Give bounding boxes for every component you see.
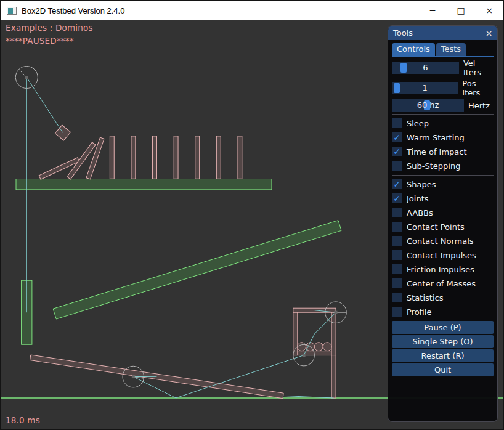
- close-button[interactable]: ×: [475, 1, 503, 20]
- joint-anchor-point: [25, 76, 28, 79]
- maximize-button[interactable]: □: [447, 1, 475, 20]
- checkmark-icon: ✓: [393, 193, 400, 203]
- dynamic-body: [110, 136, 114, 179]
- close-icon: ×: [486, 6, 493, 15]
- checkbox[interactable]: [392, 264, 402, 274]
- checkbox-checked[interactable]: ✓: [392, 132, 402, 142]
- slider-value: 1: [392, 82, 458, 94]
- checkbox-row-warm-starting: ✓Warm Starting: [392, 132, 494, 142]
- slider-track[interactable]: 1: [392, 82, 458, 94]
- slider-label: Pos Iters: [462, 79, 494, 97]
- joint-anchor-point: [303, 354, 306, 357]
- checkbox-label: Shapes: [407, 180, 436, 189]
- tab-controls[interactable]: Controls: [392, 43, 435, 56]
- checkbox-label: Sleep: [407, 119, 429, 128]
- action-buttons: Pause (P)Single Step (O)Restart (R)Quit: [392, 321, 494, 376]
- os-titlebar[interactable]: Box2D Testbed Version 2.4.0 ─□×: [1, 1, 503, 20]
- slider-track[interactable]: 60 hz: [392, 99, 464, 112]
- slider-track[interactable]: 6: [392, 62, 459, 74]
- checkbox-label: AABBs: [407, 208, 433, 217]
- frame-time-label: 18.0 ms: [6, 415, 40, 425]
- checkbox-label: Time of Impact: [407, 147, 467, 156]
- tools-panel-titlebar[interactable]: Tools ×: [388, 26, 497, 40]
- slider-value: 60 hz: [392, 99, 464, 112]
- dynamic-body: [238, 136, 242, 179]
- tab-label: Controls: [397, 44, 430, 54]
- checkbox-label: Statistics: [407, 293, 443, 302]
- box2d-testbed-window: Box2D Testbed Version 2.4.0 ─□× Examples…: [0, 0, 504, 430]
- static-body: [53, 221, 341, 319]
- checkbox-row-shapes: ✓Shapes: [392, 179, 494, 189]
- dynamic-body: [314, 343, 323, 351]
- slider-label: Hertz: [468, 101, 490, 110]
- checkbox-label: Profile: [407, 307, 431, 317]
- maximize-icon: □: [457, 6, 465, 15]
- pause-button[interactable]: Pause (P): [392, 321, 494, 334]
- joint-line: [26, 78, 63, 133]
- checkbox[interactable]: [392, 118, 402, 128]
- checkbox-label: Joints: [407, 194, 429, 203]
- joint-anchor-point: [335, 311, 338, 314]
- checkbox-row-sleep: Sleep: [392, 118, 494, 128]
- dynamic-body: [153, 136, 157, 179]
- checkbox-checked[interactable]: ✓: [392, 193, 402, 203]
- slider-row-pos-iters: 1Pos Iters: [392, 79, 494, 97]
- window-title: Box2D Testbed Version 2.4.0: [22, 6, 124, 15]
- checkbox-group: Sleep✓Warm Starting✓Time of ImpactSub-St…: [392, 118, 494, 317]
- checkbox-label: Friction Impulses: [407, 265, 474, 274]
- checkbox[interactable]: [392, 236, 402, 246]
- tab-tests[interactable]: Tests: [436, 43, 466, 56]
- checkbox-row-center-of-masses: Center of Masses: [392, 278, 494, 288]
- slider-row-hertz: 60 hzHertz: [392, 99, 494, 112]
- dynamic-body: [174, 136, 178, 179]
- checkbox[interactable]: [392, 250, 402, 260]
- slider-label: Vel Iters: [463, 59, 494, 77]
- checkbox-checked[interactable]: ✓: [392, 179, 402, 189]
- checkbox[interactable]: [392, 278, 402, 288]
- restart-button[interactable]: Restart (R): [392, 349, 494, 362]
- dynamic-body: [131, 136, 136, 179]
- static-body: [16, 179, 272, 190]
- panel-close-icon[interactable]: ×: [483, 27, 495, 39]
- tab-bar: ControlsTests: [392, 43, 494, 57]
- joint-anchor-point: [132, 375, 135, 378]
- checkbox-label: Sub-Stepping: [407, 161, 460, 171]
- tab-label: Tests: [441, 44, 461, 54]
- paused-label: ****PAUSED****: [6, 36, 74, 46]
- checkbox-row-sub-stepping: Sub-Stepping: [392, 161, 494, 171]
- checkbox-label: Contact Points: [407, 222, 465, 232]
- checkbox[interactable]: [392, 293, 402, 302]
- minimize-button[interactable]: ─: [418, 1, 447, 20]
- dynamic-body: [323, 343, 331, 351]
- checkbox-checked[interactable]: ✓: [392, 147, 402, 156]
- checkbox-row-profile: Profile: [392, 307, 494, 317]
- dynamic-body: [331, 355, 336, 398]
- dynamic-body: [216, 136, 221, 179]
- slider-group: 6Vel Iters1Pos Iters60 hzHertz: [392, 59, 494, 112]
- checkbox-label: Warm Starting: [407, 133, 465, 142]
- separator: [392, 114, 494, 115]
- panel-body: ControlsTests 6Vel Iters1Pos Iters60 hzH…: [388, 40, 497, 376]
- checkbox-row-joints: ✓Joints: [392, 193, 494, 203]
- dynamic-body: [298, 343, 306, 351]
- checkbox-row-contact-points: Contact Points: [392, 222, 494, 232]
- checkbox-row-contact-impulses: Contact Impulses: [392, 250, 494, 260]
- checkmark-icon: ✓: [393, 179, 400, 189]
- checkbox[interactable]: [392, 208, 402, 217]
- checkbox-row-friction-impulses: Friction Impulses: [392, 264, 494, 274]
- checkbox[interactable]: [392, 222, 402, 232]
- single-button[interactable]: Single Step (O): [392, 335, 494, 348]
- slider-row-vel-iters: 6Vel Iters: [392, 59, 494, 77]
- dynamic-body: [331, 312, 336, 355]
- checkbox-row-aabbs: AABBs: [392, 208, 494, 217]
- separator: [392, 175, 494, 176]
- checkbox-label: Center of Masses: [407, 279, 476, 288]
- checkbox-row-statistics: Statistics: [392, 293, 494, 302]
- quit-button[interactable]: Quit: [392, 363, 494, 376]
- checkbox-label: Contact Normals: [407, 237, 474, 246]
- tools-panel: Tools × ControlsTests 6Vel Iters1Pos Ite…: [388, 25, 498, 422]
- checkbox[interactable]: [392, 307, 402, 317]
- checkbox[interactable]: [392, 161, 402, 171]
- checkbox-row-time-of-impact: ✓Time of Impact: [392, 147, 494, 156]
- tools-panel-title: Tools: [393, 28, 413, 38]
